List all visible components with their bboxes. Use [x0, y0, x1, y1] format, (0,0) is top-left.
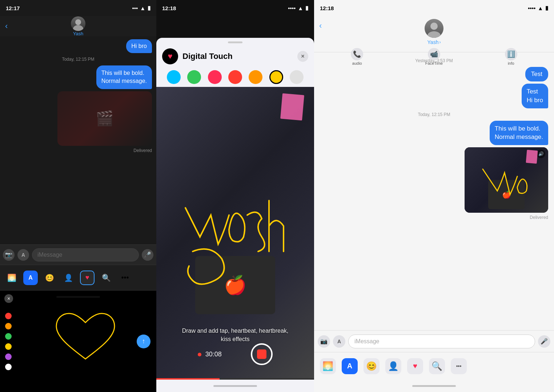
more-btn-3[interactable]: ••• — [451, 358, 467, 374]
nav-actions-3: 📞 audio 📹 FaceTime ℹ️ info — [320, 48, 548, 65]
dt-color-cyan[interactable] — [167, 70, 181, 84]
color-purple[interactable] — [5, 353, 12, 360]
memoji-btn-3[interactable]: 😊 — [364, 358, 380, 374]
color-orange[interactable] — [5, 323, 12, 329]
panel-2-digital-touch: 12:18 •••• ▲ ▮ ♥ Digital Touch × — [156, 0, 314, 392]
wifi-icon: ▲ — [140, 5, 145, 11]
status-bar-2: 12:18 •••• ▲ ▮ — [156, 0, 314, 16]
audio-label: audio — [352, 61, 362, 65]
messages-area-1: Hi bro Today, 12:15 PM This will be bold… — [0, 36, 156, 244]
dt-modal-close-btn[interactable]: × — [297, 51, 308, 62]
dt-color-yellow[interactable] — [269, 70, 283, 84]
signal-2: •••• — [288, 5, 296, 11]
back-button-1[interactable]: ‹ — [5, 21, 8, 31]
avatar-1 — [71, 16, 85, 31]
camera-button-1[interactable]: 📷 — [3, 249, 15, 261]
dt-camera-view[interactable]: 🍎 Draw and add tap, heartbeat, heartbrea… — [156, 87, 314, 380]
color-red[interactable] — [5, 313, 12, 319]
dt-mini-colors — [5, 313, 12, 370]
dt-colors-row — [156, 67, 314, 87]
panel-3-light-messages: 12:18 •••• ▲ ▮ ‹ Yash › 📞 audio 📹 FaceTi… — [314, 0, 554, 392]
message-image-1: 🎬 — [57, 91, 152, 146]
wifi-2: ▲ — [298, 5, 303, 11]
audio-button-3[interactable]: 🎤 — [538, 335, 550, 348]
memoji-btn-1[interactable]: 😊 — [42, 271, 57, 285]
home-indicator-2 — [156, 380, 314, 392]
delivered-3: Delivered — [530, 215, 548, 220]
heart-icon: ♥ — [85, 274, 89, 281]
digital-touch-mini: × ↑ — [0, 290, 156, 392]
contact-chevron-3: › — [439, 40, 441, 45]
dt-color-pink[interactable] — [208, 70, 222, 84]
search-btn-3[interactable]: 🔍 — [429, 358, 445, 374]
pink-sticky-small — [526, 150, 538, 164]
person-btn-1[interactable]: 👤 — [61, 271, 76, 285]
info-action[interactable]: ℹ️ info — [505, 48, 517, 65]
person-btn-3[interactable]: 👤 — [385, 358, 401, 374]
photos-app-3[interactable]: 🌅 — [320, 358, 336, 374]
image-placeholder-icon: 🎬 — [96, 110, 114, 127]
back-button-3[interactable]: ‹ — [319, 21, 322, 31]
record-button[interactable] — [251, 343, 273, 365]
appstore-btn-1[interactable]: A — [23, 271, 38, 285]
home-indicator-1 — [0, 291, 156, 303]
nav-bar-3: ‹ Yash › 📞 audio 📹 FaceTime ℹ️ info — [314, 16, 554, 52]
info-icon: ℹ️ — [505, 48, 517, 60]
audio-button-1[interactable]: 🎤 — [142, 249, 153, 261]
avatar-3 — [425, 19, 443, 38]
dt-color-red[interactable] — [228, 70, 242, 84]
timer-display: 30:08 — [198, 351, 222, 358]
dt-timer-row: 30:08 — [156, 343, 314, 365]
home-indicator-3 — [314, 380, 554, 392]
camera-button-3[interactable]: 📷 — [318, 335, 330, 348]
wifi-3: ▲ — [538, 5, 543, 11]
home-bar-2 — [213, 385, 257, 387]
digital-touch-modal: ♥ Digital Touch × 🍎 — [156, 38, 314, 392]
color-white[interactable] — [5, 364, 12, 370]
message-hi-bro: Hi bro — [126, 39, 152, 53]
dt-mini-close[interactable]: × — [4, 294, 13, 303]
more-btn-1[interactable]: ••• — [118, 271, 132, 285]
photos-app-1[interactable]: 🌅 — [4, 271, 19, 285]
message-input-1[interactable]: iMessage — [32, 248, 139, 261]
apps-button-3[interactable]: A — [333, 335, 345, 348]
signal-icon: ••• — [132, 5, 138, 11]
apps-button-1[interactable]: A — [17, 249, 29, 261]
contact-header-1[interactable]: Yash — [71, 16, 85, 36]
dt-color-green[interactable] — [187, 70, 201, 84]
dt-send-btn[interactable]: ↑ — [137, 335, 150, 348]
color-green[interactable] — [5, 333, 12, 340]
delivered-1: Delivered — [133, 148, 152, 153]
search-btn-1[interactable]: 🔍 — [99, 271, 113, 285]
message-test: Test — [525, 67, 548, 81]
home-bar-1 — [56, 296, 100, 298]
status-icons-2: •••• ▲ ▮ — [288, 5, 308, 11]
pink-sticky-note — [280, 93, 304, 121]
dt-color-orange[interactable] — [249, 70, 262, 84]
facetime-action[interactable]: 📹 FaceTime — [425, 48, 443, 65]
color-yellow[interactable] — [5, 343, 12, 350]
messages-area-3: Yesterday, 3:53 PM Test Test Hi bro Toda… — [314, 52, 554, 330]
dt-instruction: Draw and add tap, heartbeat, heartbreak,… — [156, 327, 314, 343]
status-bar-3: 12:18 •••• ▲ ▮ — [314, 0, 554, 16]
timer-text: 30:08 — [205, 351, 222, 358]
contact-header-3: Yash › — [425, 19, 443, 45]
panel-1-dark-messages: 12:17 ••• ▲ ▮ ‹ Yash Hi bro Today, 12:15… — [0, 0, 156, 392]
recording-dot — [198, 353, 201, 356]
message-bold: This will be bold. Normal message. — [96, 65, 152, 89]
dt-modal-title: Digital Touch — [182, 52, 293, 61]
digital-touch-btn-3[interactable]: ♥ — [407, 358, 423, 374]
contact-name-1[interactable]: Yash — [73, 31, 84, 36]
audio-action[interactable]: 📞 audio — [351, 48, 363, 65]
speaker-icon[interactable]: 🔊 — [537, 149, 545, 158]
contact-name-3[interactable]: Yash — [427, 39, 439, 45]
dt-color-white[interactable] — [290, 70, 304, 84]
battery-2: ▮ — [305, 5, 308, 11]
message-image-3: 🍎 🔊 — [465, 147, 548, 213]
status-bar-1: 12:17 ••• ▲ ▮ — [0, 0, 156, 16]
message-input-3[interactable]: iMessage — [348, 335, 535, 348]
app-drawer-1: 🌅 A 😊 👤 ♥ 🔍 ••• — [0, 265, 156, 290]
digital-touch-btn-1[interactable]: ♥ — [80, 271, 95, 285]
appstore-btn-3[interactable]: A — [342, 358, 358, 374]
status-time-3: 12:18 — [320, 5, 334, 11]
